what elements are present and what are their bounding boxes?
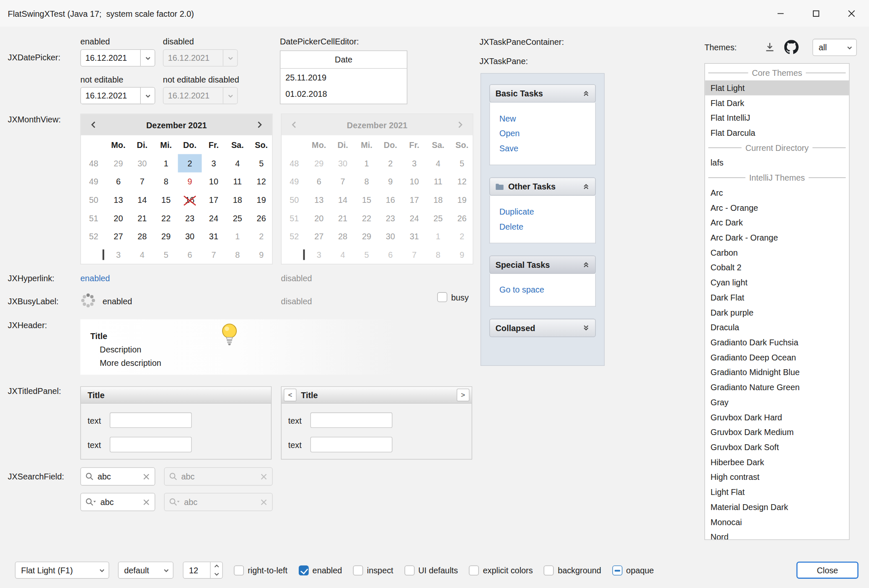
day-cell[interactable]: 7 xyxy=(130,172,154,191)
spinner-up-button[interactable] xyxy=(211,562,222,570)
day-cell[interactable]: 8 xyxy=(225,246,249,264)
font-size-spinner[interactable]: 12 xyxy=(183,562,222,579)
day-cell[interactable]: 2 xyxy=(249,227,273,246)
checkbox-background[interactable]: background xyxy=(544,565,601,575)
day-cell[interactable]: 24 xyxy=(202,209,225,228)
theme-item[interactable]: Gradianto Deep Ocean xyxy=(705,350,849,365)
next-month-button[interactable] xyxy=(247,120,272,129)
theme-item[interactable]: Hiberbee Dark xyxy=(705,455,849,470)
day-cell[interactable]: 16 xyxy=(178,191,202,209)
theme-item[interactable]: Gradianto Midnight Blue xyxy=(705,365,849,380)
day-cell[interactable]: 3 xyxy=(202,154,225,173)
day-cell[interactable]: 12 xyxy=(249,172,273,191)
datepicker-not-editable[interactable]: 16.12.2021 xyxy=(80,87,155,104)
theme-item[interactable]: Nord xyxy=(705,529,849,540)
theme-item[interactable]: Dracula xyxy=(705,320,849,335)
day-cell[interactable]: 20 xyxy=(106,209,130,228)
day-cell[interactable]: 9 xyxy=(178,172,202,191)
theme-item[interactable]: Flat Dark xyxy=(705,96,849,111)
theme-item[interactable]: Arc Dark xyxy=(705,215,849,230)
day-cell[interactable]: 4 xyxy=(130,246,154,264)
busy-checkbox[interactable]: busy xyxy=(437,292,469,302)
day-cell[interactable]: 25 xyxy=(225,209,249,228)
theme-item[interactable]: Material Design Dark xyxy=(705,500,849,515)
next-button[interactable]: > xyxy=(457,389,469,401)
text-input[interactable] xyxy=(110,437,192,452)
day-cell[interactable]: 2 xyxy=(178,154,202,173)
datepicker-dropdown-button[interactable] xyxy=(140,50,155,66)
checkbox-box[interactable] xyxy=(544,565,554,575)
taskpane-header[interactable]: Other Tasks xyxy=(489,177,596,196)
theme-item[interactable]: Cyan light xyxy=(705,275,849,290)
day-cell[interactable]: 30 xyxy=(130,154,154,173)
datepicker-value[interactable]: 16.12.2021 xyxy=(81,53,140,62)
text-input[interactable] xyxy=(310,412,393,428)
search-input[interactable]: abc xyxy=(94,472,143,481)
task-link[interactable]: Go to space xyxy=(499,282,595,297)
text-input[interactable] xyxy=(310,437,393,452)
day-cell[interactable]: 7 xyxy=(202,246,225,264)
checkbox-box[interactable] xyxy=(469,565,479,575)
checkbox-box[interactable] xyxy=(437,292,447,302)
checkbox-right-to-left[interactable]: right-to-left xyxy=(234,565,287,575)
checkbox-inspect[interactable]: inspect xyxy=(353,565,393,575)
close-button[interactable]: Close xyxy=(797,562,859,579)
chevron-up-icon[interactable] xyxy=(582,261,590,268)
day-cell[interactable]: 4 xyxy=(225,154,249,173)
day-cell[interactable]: 11 xyxy=(225,172,249,191)
taskpane-header[interactable]: Basic Tasks xyxy=(489,84,596,103)
theme-item[interactable]: Arc Dark - Orange xyxy=(705,230,849,245)
day-cell[interactable]: 27 xyxy=(106,227,130,246)
chevron-up-icon[interactable] xyxy=(582,90,590,97)
close-window-button[interactable] xyxy=(833,0,869,26)
day-cell[interactable]: 3 xyxy=(106,246,130,264)
theme-item[interactable]: Carbon xyxy=(705,245,849,260)
clear-icon[interactable] xyxy=(143,473,150,480)
day-cell[interactable]: 1 xyxy=(225,227,249,246)
checkbox-box[interactable] xyxy=(353,565,363,575)
day-cell[interactable]: 22 xyxy=(154,209,178,228)
day-cell[interactable]: 17 xyxy=(202,191,225,209)
theme-item[interactable]: Cobalt 2 xyxy=(705,260,849,275)
theme-item[interactable]: Dark Flat xyxy=(705,290,849,305)
day-cell[interactable]: 29 xyxy=(154,227,178,246)
theme-item[interactable]: Dark purple xyxy=(705,305,849,320)
day-cell[interactable]: 21 xyxy=(130,209,154,228)
day-cell[interactable]: 5 xyxy=(154,246,178,264)
task-link[interactable]: Delete xyxy=(499,219,595,234)
day-cell[interactable]: 23 xyxy=(178,209,202,228)
datepicker-dropdown-button[interactable] xyxy=(140,88,155,104)
day-cell[interactable]: 28 xyxy=(130,227,154,246)
day-cell[interactable]: 18 xyxy=(225,191,249,209)
checkbox-box[interactable] xyxy=(404,565,414,575)
theme-item[interactable]: Gradianto Dark Fuchsia xyxy=(705,335,849,350)
searchfield-enabled[interactable]: abc xyxy=(80,467,155,486)
searchfield-with-menu[interactable]: abc xyxy=(80,493,155,511)
theme-item[interactable]: Gray xyxy=(705,395,849,410)
theme-item[interactable]: Gruvbox Dark Soft xyxy=(705,440,849,455)
spinner-value[interactable]: 12 xyxy=(184,565,210,575)
datepicker-enabled[interactable]: 16.12.2021 xyxy=(80,49,155,67)
day-cell[interactable]: 6 xyxy=(106,172,130,191)
github-button[interactable] xyxy=(784,40,799,56)
taskpane-header[interactable]: Special Tasks xyxy=(489,256,596,274)
checkbox-ui-defaults[interactable]: UI defaults xyxy=(404,565,458,575)
task-link[interactable]: Duplicate xyxy=(499,204,595,219)
day-cell[interactable]: 14 xyxy=(130,191,154,209)
text-input[interactable] xyxy=(110,412,192,428)
day-cell[interactable]: 6 xyxy=(178,246,202,264)
task-link[interactable]: Save xyxy=(499,141,595,156)
checkbox-opaque[interactable]: opaque xyxy=(612,565,654,575)
checkbox-box[interactable] xyxy=(299,565,309,575)
day-cell[interactable]: 19 xyxy=(249,191,273,209)
day-cell[interactable]: 8 xyxy=(154,172,178,191)
search-input[interactable]: abc xyxy=(96,497,143,506)
style-combobox[interactable]: default xyxy=(118,562,173,579)
prev-month-button[interactable] xyxy=(81,120,106,129)
minimize-button[interactable] xyxy=(763,0,798,26)
maximize-button[interactable] xyxy=(798,0,834,26)
taskpane-header[interactable]: Collapsed xyxy=(489,319,596,337)
laf-combobox[interactable]: Flat Light (F1) xyxy=(15,562,109,579)
theme-item[interactable]: Flat Darcula xyxy=(705,125,849,140)
hyperlink-enabled[interactable]: enabled xyxy=(80,273,110,282)
